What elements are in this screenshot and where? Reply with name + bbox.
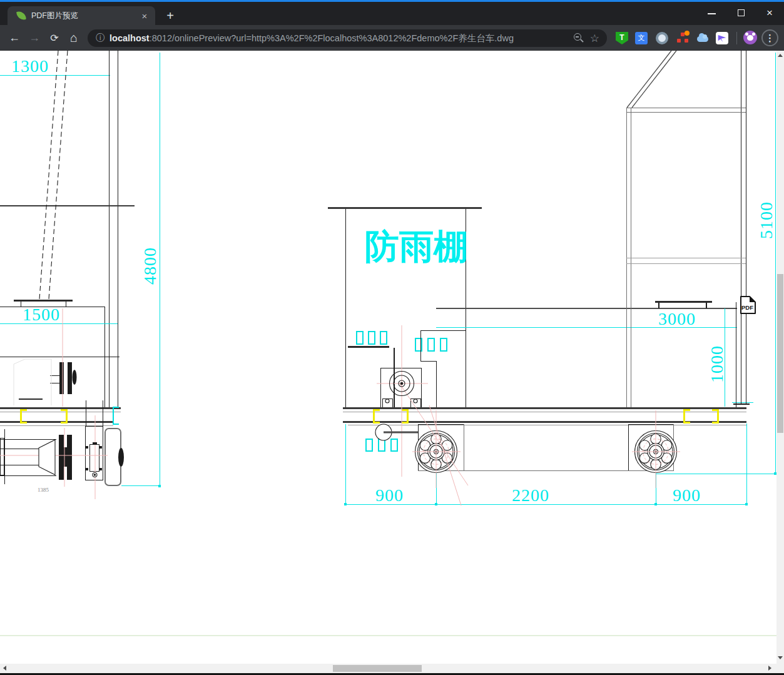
scroll-up-arrow[interactable]	[778, 54, 783, 57]
spring-leaf-favicon	[16, 11, 26, 21]
site-info-icon[interactable]: ⓘ	[96, 33, 104, 44]
minimize-button[interactable]	[703, 4, 721, 23]
pdf-file-icon[interactable]: PDF	[741, 297, 755, 313]
tab-close-icon[interactable]: ×	[139, 11, 150, 21]
ring-icon[interactable]	[656, 32, 668, 44]
url-path: :8012/onlinePreview?url=http%3A%2F%2Floc…	[150, 33, 514, 43]
toolbar-divider	[736, 32, 737, 44]
bookmark-star-icon[interactable]: ☆	[590, 32, 599, 45]
horizontal-scroll-thumb[interactable]	[333, 665, 422, 672]
tab-strip: PDF图片预览 × + ×	[0, 2, 784, 25]
zoom-out-icon[interactable]	[571, 31, 586, 46]
browser-window: 1300 4800 1500 3000 1000 5100 900 2200 9…	[0, 0, 784, 675]
forward-button[interactable]: →	[26, 30, 43, 46]
home-button[interactable]: ⌂	[66, 30, 82, 46]
cad-svg-layer: PDF	[0, 0, 784, 675]
maximize-button[interactable]	[733, 4, 750, 23]
network-icon[interactable]	[676, 32, 689, 44]
vertical-scroll-thumb[interactable]	[777, 274, 783, 433]
browser-menu-button[interactable]: ⋮	[761, 29, 778, 46]
scrollbar-corner	[776, 664, 784, 673]
cloud-icon[interactable]	[696, 32, 709, 44]
bird-icon[interactable]	[716, 32, 728, 44]
close-button[interactable]: ×	[761, 4, 778, 23]
address-bar[interactable]: ⓘ localhost:8012/onlinePreview?url=http%…	[88, 29, 607, 47]
new-tab-button[interactable]: +	[161, 8, 179, 25]
profile-avatar[interactable]	[743, 31, 757, 44]
scroll-right-arrow[interactable]	[768, 666, 771, 671]
tab-title: PDF图片预览	[31, 11, 139, 21]
scroll-left-arrow[interactable]	[3, 666, 6, 671]
scroll-down-arrow[interactable]	[778, 656, 783, 659]
back-button[interactable]: ←	[6, 30, 23, 46]
translate-icon[interactable]: 文	[635, 32, 648, 44]
url-host: localhost	[109, 33, 150, 43]
browser-tab[interactable]: PDF图片预览 ×	[8, 6, 155, 25]
svg-text:PDF: PDF	[741, 304, 753, 311]
reload-button[interactable]: ⟳	[46, 30, 63, 46]
